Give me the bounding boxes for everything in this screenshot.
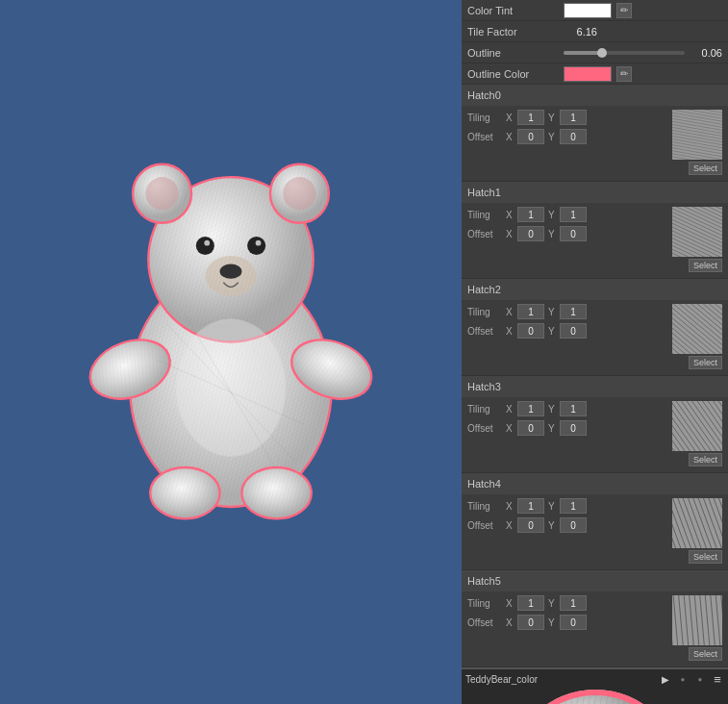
hatch-1-tiling-row: Tiling X 1 Y 1 [465,205,672,224]
hatch-3-header[interactable]: Hatch3 [462,376,728,397]
hatch-5-header[interactable]: Hatch5 [462,570,728,591]
timeline-play-btn[interactable]: ▶ [659,673,672,687]
hatch-5-offset-x[interactable]: 0 [517,615,544,630]
hatch-0-tiling-row: Tiling X 1 Y 1 [465,108,672,127]
hatch-4-offset-y[interactable]: 0 [560,517,587,533]
hatch-5-tiling-row: Tiling X 1 Y 1 [465,593,672,613]
hatch-3-offset-x[interactable]: 0 [517,420,544,436]
hatch-0-header[interactable]: Hatch0 [462,85,728,106]
hatch-3-select-btn[interactable]: Select [689,453,722,466]
hatch-1-select-btn[interactable]: Select [689,259,722,272]
hatch-0-offset-row: Offset X 0 Y 0 [465,127,672,146]
hatch-2-tiling-label: Tiling [467,307,506,317]
hatch-4-offset-x[interactable]: 0 [517,517,544,533]
svg-point-29 [176,319,286,457]
hatch-0-offset-label: Offset [467,132,506,142]
tile-factor-row: Tile Factor 6.16 [462,21,728,42]
outline-color-swatch[interactable] [564,66,612,82]
hatch-2-header[interactable]: Hatch2 [462,279,728,300]
hatch-1-offset-row: Offset X 0 Y 0 [465,224,672,243]
color-tint-label: Color Tint [467,5,564,16]
hatch-2-tiling-x[interactable]: 1 [517,304,544,319]
hatch-2-offset-label: Offset [467,326,506,337]
hatch-0-select-btn[interactable]: Select [689,162,722,175]
hatch-3-tiling-row: Tiling X 1 Y 1 [465,399,672,418]
hatch-3-offset-y[interactable]: 0 [560,420,587,436]
hatch-2-body: Tiling X 1 Y 1 Offset X 0 Y 0 [462,300,728,375]
hatch-1-offset-x[interactable]: 0 [517,226,544,241]
hatch-3-tiling-x[interactable]: 1 [517,401,544,416]
timeline-menu-btn[interactable]: ≡ [711,673,724,687]
hatch-4-thumbnail [672,498,722,548]
hatch-3-tiling-xy: X 1 Y 1 [506,401,587,416]
hatch-0-offset-y[interactable]: 0 [560,129,587,144]
hatch-3-props: Tiling X 1 Y 1 Offset X 0 Y 0 [465,399,672,470]
hatch-0-tiling-x[interactable]: 1 [517,110,544,125]
hatch-1-label: Hatch1 [467,187,722,198]
outline-row: Outline 0.06 [462,42,728,63]
tile-factor-label: Tile Factor [467,26,564,38]
hatch-5-tiling-x[interactable]: 1 [517,595,544,611]
hatch-0-label: Hatch0 [467,89,722,101]
hatch-4-offset-row: Offset X 0 Y 0 [465,515,672,535]
hatch-2-tiling-xy: X 1 Y 1 [506,304,587,319]
hatch-0-thumb-area: Select [672,108,724,179]
hatch-1-header[interactable]: Hatch1 [462,182,728,203]
hatch-1-thumbnail [672,207,722,257]
viewport[interactable] [0,0,462,704]
hatch-3-thumbnail [672,401,722,451]
hatch-4-header[interactable]: Hatch4 [462,473,728,494]
hatch-4-tiling-y[interactable]: 1 [560,498,587,514]
bear-model [67,140,394,525]
hatch-4-tiling-row: Tiling X 1 Y 1 [465,496,672,515]
hatch-1-body: Tiling X 1 Y 1 Offset X 0 Y 0 [462,203,728,278]
hatch-0-tiling-y[interactable]: 1 [560,110,587,125]
hatch-4-section: Hatch4 Tiling X 1 Y 1 Offset X [462,473,728,570]
sphere-outline [509,690,682,704]
svg-point-20 [145,177,178,210]
hatch-2-tiling-y[interactable]: 1 [560,304,587,319]
hatches-container: Hatch0 Tiling X 1 Y 1 Offset X [462,85,728,667]
svg-point-28 [220,264,242,279]
hatch-4-offset-label: Offset [467,520,506,531]
hatch-5-offset-xy: X 0 Y 0 [506,615,587,630]
hatch-5-offset-y[interactable]: 0 [560,615,587,630]
svg-point-22 [196,237,214,255]
hatch-3-body: Tiling X 1 Y 1 Offset X 0 Y 0 [462,397,728,472]
outline-slider[interactable] [564,51,685,55]
right-panel: Color Tint ✏ Tile Factor 6.16 Outline 0.… [462,0,728,704]
hatch-3-thumb-area: Select [672,399,724,470]
hatch-2-offset-y[interactable]: 0 [560,323,587,339]
hatch-4-select-btn[interactable]: Select [689,550,722,564]
svg-point-23 [247,237,265,255]
hatch-4-tiling-x[interactable]: 1 [517,498,544,514]
tile-factor-value[interactable]: 6.16 [564,26,597,38]
hatch-2-offset-xy: X 0 Y 0 [506,323,587,339]
hatch-1-offset-y[interactable]: 0 [560,226,587,241]
outline-color-row: Outline Color ✏ [462,63,728,85]
hatch-0-offset-x[interactable]: 0 [517,129,544,144]
outline-value[interactable]: 0.06 [689,47,722,59]
bear-svg [67,140,394,525]
svg-point-24 [204,240,210,246]
color-tint-eyedropper[interactable]: ✏ [616,3,632,18]
hatch-5-section: Hatch5 Tiling X 1 Y 1 Offset X [462,570,728,667]
hatch-4-thumb-area: Select [672,496,724,567]
hatch-1-tiling-y[interactable]: 1 [560,207,587,222]
hatch-2-select-btn[interactable]: Select [689,356,722,369]
hatch-3-label: Hatch3 [467,381,722,392]
hatch-3-tiling-y[interactable]: 1 [560,401,587,416]
hatch-5-tiling-y[interactable]: 1 [560,595,587,611]
hatch-2-section: Hatch2 Tiling X 1 Y 1 Offset X [462,279,728,376]
hatch-2-offset-x[interactable]: 0 [517,323,544,339]
hatch-0-section: Hatch0 Tiling X 1 Y 1 Offset X [462,85,728,182]
sphere-wrapper [509,690,682,704]
hatch-1-tiling-x[interactable]: 1 [517,207,544,222]
hatch-2-tiling-row: Tiling X 1 Y 1 [465,302,672,321]
timeline-dot1: ● [676,673,690,687]
hatch-5-select-btn[interactable]: Select [689,647,722,661]
outline-color-eyedropper[interactable]: ✏ [616,66,632,82]
hatch-5-tiling-label: Tiling [467,598,506,609]
color-tint-swatch[interactable] [564,3,612,18]
hatch-2-props: Tiling X 1 Y 1 Offset X 0 Y 0 [465,302,672,373]
